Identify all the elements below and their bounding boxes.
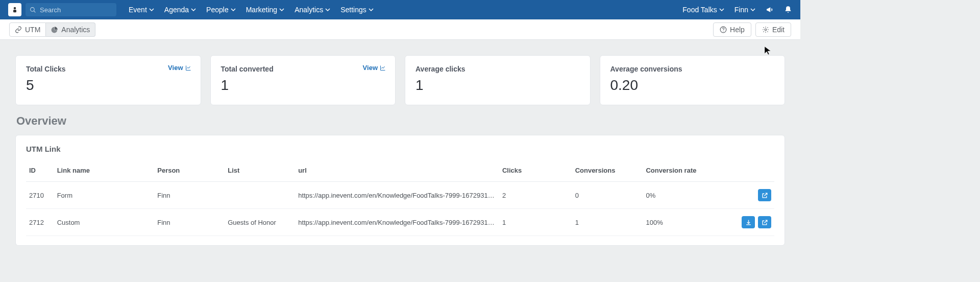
open-icon: [762, 219, 768, 226]
cell-url: https://app.inevent.com/en/Knowledge/Foo…: [295, 209, 499, 236]
cell-list: Guests of Honor: [225, 209, 295, 236]
nav-label: People: [206, 6, 229, 14]
chevron-down-icon: [719, 7, 724, 12]
nav-label: Analytics: [295, 6, 323, 14]
col-Conversions: Conversions: [572, 162, 643, 182]
nav-label: Marketing: [246, 6, 277, 14]
app-logo[interactable]: [8, 3, 21, 16]
edit-label: Edit: [772, 26, 785, 34]
utm-table-panel: UTM Link IDLink namePersonListurlClicksC…: [15, 135, 785, 246]
chevron-down-icon: [231, 7, 236, 12]
chart-icon: [185, 65, 191, 71]
cell-clicks: 2: [499, 182, 572, 209]
cell-actions: [714, 209, 774, 236]
chevron-down-icon: [191, 7, 196, 12]
card-title: Total converted: [221, 65, 385, 73]
col-Clicks: Clicks: [499, 162, 572, 182]
bell-icon: [784, 6, 792, 14]
nav-settings[interactable]: Settings: [340, 6, 374, 14]
notifications-button[interactable]: [784, 6, 792, 14]
event-dropdown[interactable]: Food Talks: [682, 6, 724, 14]
card-value: 5: [26, 77, 190, 93]
cell-rate: 0%: [643, 182, 714, 209]
col-Conversion rate: Conversion rate: [643, 162, 714, 182]
pie-icon: [51, 26, 58, 33]
cell-clicks: 1: [499, 209, 572, 236]
nav-event[interactable]: Event: [129, 6, 154, 14]
card-title: Average clicks: [415, 65, 580, 73]
search-input[interactable]: [26, 3, 116, 16]
subbar: UTM Analytics Help Edit: [0, 19, 800, 40]
open-button[interactable]: [758, 216, 771, 228]
nav-label: Agenda: [164, 6, 189, 14]
nav-label: Settings: [340, 6, 366, 14]
panel-title: UTM Link: [26, 145, 774, 153]
nav-right: Food Talks Finn: [682, 6, 792, 14]
table-body: 2710FormFinnhttps://app.inevent.com/en/K…: [26, 182, 774, 236]
gear-icon: [762, 26, 769, 33]
metric-card: Total Clicks5View: [15, 55, 201, 105]
chevron-down-icon: [149, 7, 154, 12]
cell-id: 2712: [26, 209, 54, 236]
chart-icon: [380, 65, 386, 71]
card-value: 1: [415, 77, 580, 93]
col-List: List: [225, 162, 295, 182]
help-button[interactable]: Help: [713, 22, 751, 37]
col-url: url: [295, 162, 499, 182]
chevron-down-icon: [279, 7, 284, 12]
event-name: Food Talks: [682, 6, 717, 14]
nav-agenda[interactable]: Agenda: [164, 6, 196, 14]
link-icon: [15, 26, 22, 33]
cell-name: Custom: [54, 209, 155, 236]
tab-group: UTM Analytics: [9, 22, 95, 37]
cell-url: https://app.inevent.com/en/Knowledge/Foo…: [295, 182, 499, 209]
help-icon: [720, 26, 727, 33]
cell-person: Finn: [154, 182, 225, 209]
table-header-row: IDLink namePersonListurlClicksConversion…: [26, 162, 774, 182]
user-name: Finn: [734, 6, 748, 14]
table-row: 2710FormFinnhttps://app.inevent.com/en/K…: [26, 182, 774, 209]
tab-label: UTM: [25, 26, 40, 34]
tab-utm[interactable]: UTM: [9, 22, 46, 37]
metric-card: Total converted1View: [210, 55, 396, 105]
nav-label: Event: [129, 6, 147, 14]
help-label: Help: [730, 26, 745, 34]
tab-analytics[interactable]: Analytics: [46, 22, 95, 37]
content: Total Clicks5ViewTotal converted1ViewAve…: [0, 40, 800, 246]
nav-analytics[interactable]: Analytics: [295, 6, 330, 14]
megaphone-icon: [766, 6, 774, 14]
cell-actions: [714, 182, 774, 209]
user-dropdown[interactable]: Finn: [734, 6, 755, 14]
card-view-link[interactable]: View: [363, 64, 386, 72]
cell-conversions: 1: [572, 209, 643, 236]
nav-people[interactable]: People: [206, 6, 236, 14]
search-wrap: [26, 3, 116, 16]
view-label: View: [168, 64, 183, 72]
card-view-link[interactable]: View: [168, 64, 191, 72]
cell-list: [225, 182, 295, 209]
cell-person: Finn: [154, 209, 225, 236]
chevron-down-icon: [750, 7, 755, 12]
svg-point-6: [765, 29, 767, 31]
open-button[interactable]: [758, 189, 771, 201]
svg-rect-1: [13, 10, 16, 12]
metric-card: Average clicks1: [405, 55, 591, 105]
chevron-down-icon: [369, 7, 374, 12]
svg-point-5: [723, 31, 723, 31]
cell-id: 2710: [26, 182, 54, 209]
card-value: 1: [221, 77, 385, 93]
nav-marketing[interactable]: Marketing: [246, 6, 284, 14]
main-nav: Event Agenda People Marketing Analytics …: [129, 6, 374, 14]
edit-button[interactable]: Edit: [755, 22, 791, 37]
col-ID: ID: [26, 162, 54, 182]
cell-rate: 100%: [643, 209, 714, 236]
utm-table: IDLink namePersonListurlClicksConversion…: [26, 162, 774, 236]
chevron-down-icon: [325, 7, 330, 12]
cards-row: Total Clicks5ViewTotal converted1ViewAve…: [15, 55, 785, 105]
cell-name: Form: [54, 182, 155, 209]
tab-label: Analytics: [61, 26, 90, 34]
download-button[interactable]: [742, 216, 755, 228]
metric-card: Average conversions0.20: [600, 55, 786, 105]
announcements-button[interactable]: [766, 6, 774, 14]
download-icon: [745, 219, 752, 226]
